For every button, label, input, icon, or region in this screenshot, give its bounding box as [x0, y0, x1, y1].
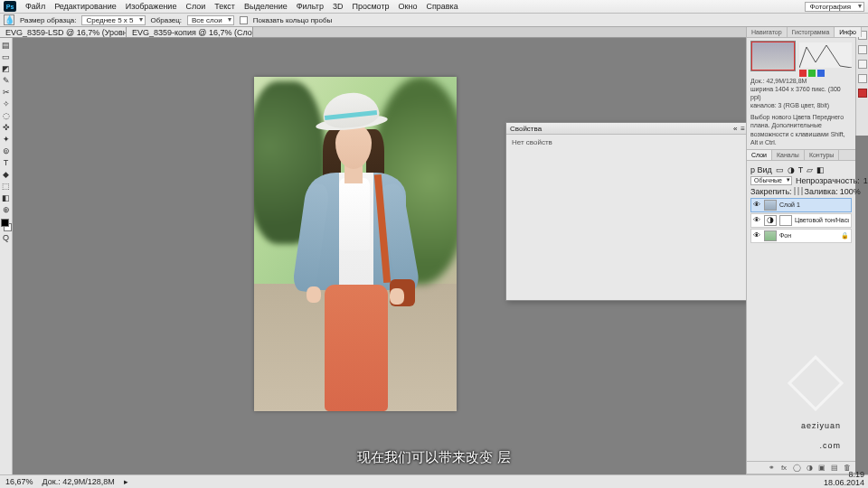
- info-channels: каналов: 3 (RGB цвет, 8bit): [750, 101, 852, 109]
- visibility-icon[interactable]: 👁: [753, 201, 761, 209]
- eraser-tool[interactable]: ⊚: [1, 145, 12, 156]
- heal-tool[interactable]: ◌: [1, 110, 12, 121]
- menu-view[interactable]: Просмотр: [352, 2, 389, 11]
- fg-bg-swatches[interactable]: [1, 219, 12, 231]
- quickmask-toggle[interactable]: Q: [1, 232, 12, 243]
- document-tab[interactable]: EVG_8359-LSD @ 16,7% (Уровни 1, Слой-мас…: [0, 27, 127, 37]
- eyedropper-icon[interactable]: 💧: [4, 14, 14, 25]
- blend-mode-select[interactable]: Обычные: [750, 176, 792, 185]
- type-tool[interactable]: T: [1, 157, 12, 168]
- tab-info[interactable]: Инфо: [835, 27, 862, 37]
- move-tool[interactable]: ▤: [1, 40, 12, 51]
- sample-label: Образец:: [151, 16, 182, 24]
- workspace-switcher[interactable]: Фотография: [805, 0, 864, 14]
- app-logo: Ps: [4, 1, 16, 12]
- lock-position-icon[interactable]: [797, 187, 799, 195]
- crop-tool[interactable]: ✂: [1, 87, 12, 98]
- watermark-text-1: aeziyuan: [801, 421, 841, 430]
- layer-name[interactable]: Фон: [779, 232, 838, 239]
- visibility-icon[interactable]: 👁: [753, 231, 761, 239]
- tab-layers[interactable]: Слои: [747, 150, 772, 160]
- shape-tool[interactable]: ⬚: [1, 181, 12, 192]
- menu-3d[interactable]: 3D: [333, 2, 344, 11]
- show-ring-checkbox[interactable]: [240, 16, 248, 24]
- tab-channels[interactable]: Каналы: [772, 150, 805, 160]
- document-tab-bar: EVG_8359-LSD @ 16,7% (Уровни 1, Слой-мас…: [0, 27, 868, 38]
- properties-panel[interactable]: Свойства «≡ Нет свойств: [505, 122, 746, 301]
- panel-title: Свойства: [510, 125, 542, 133]
- filter-icon[interactable]: ▭: [776, 165, 784, 174]
- menu-layers[interactable]: Слои: [185, 2, 205, 11]
- document-canvas[interactable]: [254, 77, 457, 411]
- layer-thumb[interactable]: [764, 230, 777, 241]
- layer-row[interactable]: 👁 Слой 1: [750, 198, 852, 212]
- menu-edit[interactable]: Редактирование: [54, 2, 117, 11]
- document-tab-label: EVG_8359-копия @ 16,7% (Слой 1, Кривые/8…: [132, 28, 253, 37]
- document-tab[interactable]: EVG_8359-копия @ 16,7% (Слой 1, Кривые/8…: [127, 27, 253, 37]
- menu-image[interactable]: Изображение: [126, 2, 177, 11]
- opacity-value[interactable]: 100%: [863, 176, 868, 185]
- record-action-icon[interactable]: [858, 89, 867, 98]
- layer-kind-filter[interactable]: р Вид: [750, 165, 772, 174]
- wand-tool[interactable]: ✎: [1, 75, 12, 86]
- brush-tool[interactable]: ✜: [1, 122, 12, 133]
- filter-icon[interactable]: T: [798, 165, 804, 174]
- options-bar: 💧 Размер образца: Среднее 5 x 5 Образец:…: [0, 14, 868, 27]
- menu-file[interactable]: Файл: [25, 2, 45, 11]
- info-doc-size: Док.: 42,9M/128,8M: [750, 77, 852, 85]
- marquee-tool[interactable]: ▭: [1, 52, 12, 62]
- tab-histogram[interactable]: Гистограмма: [788, 27, 835, 37]
- filter-icon[interactable]: ▱: [807, 165, 813, 174]
- canvas-area[interactable]: Свойства «≡ Нет свойств: [13, 38, 746, 474]
- fill-value[interactable]: 100%: [840, 187, 861, 196]
- tab-navigator[interactable]: Навигатор: [747, 27, 788, 37]
- layer-row[interactable]: 👁 Фон 🔒: [750, 229, 852, 243]
- panel-header[interactable]: Свойства «≡: [506, 123, 746, 135]
- zoom-level[interactable]: 16,67%: [5, 477, 33, 486]
- layer-thumb[interactable]: [764, 200, 777, 211]
- menu-help[interactable]: Справка: [426, 2, 458, 11]
- lock-icon: 🔒: [841, 232, 849, 239]
- panel-icon[interactable]: [858, 45, 867, 54]
- pen-tool[interactable]: ◆: [1, 169, 12, 180]
- panel-icon[interactable]: [858, 60, 867, 69]
- hand-tool[interactable]: ◧: [1, 192, 12, 203]
- layer-row[interactable]: 👁 Цветовой тон/Насыщенность 1: [750, 213, 852, 228]
- mask-thumb[interactable]: [779, 215, 792, 226]
- watermark-text-2: .com: [819, 441, 841, 450]
- filter-icon[interactable]: ◑: [788, 165, 795, 174]
- info-dimensions: ширина 1404 x 3760 пикс. (300 ppi): [750, 85, 852, 101]
- visibility-icon[interactable]: 👁: [753, 216, 761, 224]
- filter-icon[interactable]: ◧: [816, 165, 825, 174]
- layer-name[interactable]: Цветовой тон/Насыщенность 1: [795, 217, 849, 223]
- panel-icon[interactable]: [858, 74, 867, 83]
- video-subtitle: 现在我们可以带来改变 层: [0, 449, 868, 466]
- zoom-tool[interactable]: ⊕: [1, 204, 12, 215]
- stamp-tool[interactable]: ✦: [1, 134, 12, 145]
- menu-text[interactable]: Текст: [214, 2, 235, 11]
- sample-size-select[interactable]: Среднее 5 x 5: [81, 15, 145, 25]
- navigator-thumb[interactable]: [750, 41, 796, 71]
- watermark-logo-icon: [788, 355, 844, 411]
- lock-all-icon[interactable]: [801, 187, 803, 195]
- show-ring-label: Показать кольцо пробы: [253, 16, 333, 24]
- workspace-dropdown[interactable]: Фотография: [805, 2, 864, 12]
- status-arrow-icon[interactable]: ▸: [124, 477, 128, 486]
- tab-paths[interactable]: Контуры: [805, 150, 839, 160]
- lock-label: Закрепить:: [750, 187, 792, 196]
- adjustment-thumb[interactable]: [764, 215, 777, 226]
- status-bar: 16,67% Док.: 42,9M/128,8M ▸ 8:1918.06.20…: [0, 474, 868, 488]
- sample-layers-select[interactable]: Все слои: [187, 15, 234, 25]
- menu-filter[interactable]: Фильтр: [297, 2, 324, 11]
- lock-pixels-icon[interactable]: [794, 187, 796, 195]
- navigator-panel: Навигатор Гистограмма Инфо Док.: 42,9M/1…: [747, 27, 855, 150]
- eyedropper-tool[interactable]: ✧: [1, 99, 12, 109]
- system-clock: 8:1918.06.2014: [824, 471, 864, 487]
- menu-select[interactable]: Выделение: [244, 2, 288, 11]
- menu-window[interactable]: Окно: [399, 2, 418, 11]
- panel-collapse-icon[interactable]: «: [733, 125, 737, 133]
- panel-menu-icon[interactable]: ≡: [741, 125, 745, 133]
- status-doc-size[interactable]: Док.: 42,9M/128,8M: [42, 477, 115, 486]
- layer-name[interactable]: Слой 1: [779, 202, 849, 208]
- lasso-tool[interactable]: ◩: [1, 63, 12, 74]
